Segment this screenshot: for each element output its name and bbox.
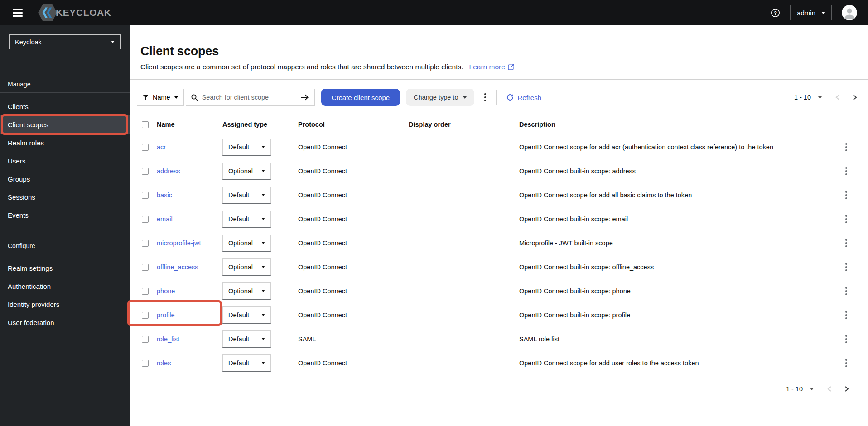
display-order-cell: – bbox=[409, 311, 519, 319]
search-box bbox=[186, 89, 295, 106]
realm-selector[interactable]: Keycloak bbox=[9, 34, 121, 49]
realm-selector-value: Keycloak bbox=[15, 38, 42, 46]
pagination-options-dropdown[interactable] bbox=[818, 96, 822, 99]
assigned-type-select[interactable]: Default bbox=[222, 330, 271, 348]
previous-page-button[interactable] bbox=[835, 94, 840, 101]
display-order-cell: – bbox=[409, 287, 519, 295]
assigned-type-select[interactable]: Default bbox=[222, 187, 271, 204]
hamburger-menu-icon[interactable] bbox=[10, 6, 25, 19]
user-menu-dropdown[interactable]: admin bbox=[790, 5, 832, 20]
pagination-range: 1 - 10 bbox=[794, 94, 811, 101]
row-kebab-menu[interactable] bbox=[843, 332, 850, 346]
scope-name-link[interactable]: address bbox=[157, 168, 180, 175]
scope-name-link[interactable]: email bbox=[157, 215, 173, 223]
next-page-button[interactable] bbox=[844, 386, 849, 392]
pagination-options-dropdown[interactable] bbox=[810, 388, 814, 390]
assigned-type-value: Default bbox=[228, 359, 249, 367]
sidebar-item-realm-roles[interactable]: Realm roles bbox=[0, 134, 130, 152]
row-kebab-menu[interactable] bbox=[843, 140, 850, 154]
assigned-type-select[interactable]: Default bbox=[222, 211, 271, 228]
row-kebab-menu[interactable] bbox=[843, 188, 850, 202]
row-kebab-menu[interactable] bbox=[843, 236, 850, 250]
column-header-description: Description bbox=[519, 121, 835, 128]
change-type-dropdown[interactable]: Change type to bbox=[406, 89, 474, 106]
chevron-down-icon bbox=[261, 290, 265, 292]
row-checkbox[interactable] bbox=[142, 240, 149, 247]
scope-name-link[interactable]: profile bbox=[157, 311, 175, 319]
assigned-type-select[interactable]: Optional bbox=[222, 258, 271, 276]
chevron-down-icon bbox=[261, 170, 265, 172]
row-checkbox[interactable] bbox=[142, 312, 149, 319]
assigned-type-select[interactable]: Default bbox=[222, 139, 271, 156]
sidebar-item-identity-providers[interactable]: Identity providers bbox=[0, 295, 130, 313]
chevron-down-icon bbox=[810, 388, 814, 390]
filter-type-dropdown[interactable]: Name bbox=[137, 89, 184, 106]
row-kebab-menu[interactable] bbox=[843, 356, 850, 370]
scope-name-link[interactable]: basic bbox=[157, 191, 172, 199]
row-kebab-menu[interactable] bbox=[843, 164, 850, 178]
sidebar-item-client-scopes[interactable]: Client scopes bbox=[0, 115, 130, 134]
chevron-down-icon bbox=[111, 41, 115, 43]
sidebar-item-users[interactable]: Users bbox=[0, 152, 130, 170]
scope-name-link[interactable]: acr bbox=[157, 144, 166, 151]
table-row: offline_access Optional OpenID Connect –… bbox=[130, 255, 868, 279]
assigned-type-select[interactable]: Default bbox=[222, 306, 271, 324]
chevron-down-icon bbox=[261, 338, 265, 340]
assigned-type-select[interactable]: Default bbox=[222, 354, 271, 372]
protocol-cell: OpenID Connect bbox=[298, 359, 409, 367]
row-kebab-menu[interactable] bbox=[843, 260, 850, 274]
row-checkbox[interactable] bbox=[142, 168, 149, 175]
sidebar-item-events[interactable]: Events bbox=[0, 206, 130, 224]
keycloak-logo: KEYCLOAK bbox=[38, 4, 111, 21]
refresh-button[interactable]: Refresh bbox=[506, 94, 541, 101]
row-checkbox[interactable] bbox=[142, 336, 149, 343]
assigned-type-value: Optional bbox=[228, 239, 253, 247]
assigned-type-select[interactable]: Optional bbox=[222, 282, 271, 300]
row-checkbox[interactable] bbox=[142, 216, 149, 223]
scope-name-link[interactable]: offline_access bbox=[157, 263, 198, 271]
search-input[interactable] bbox=[202, 94, 290, 101]
select-all-checkbox[interactable] bbox=[142, 121, 149, 128]
scope-name-link[interactable]: microprofile-jwt bbox=[157, 239, 201, 247]
toolbar-kebab-menu[interactable] bbox=[482, 91, 489, 104]
row-checkbox[interactable] bbox=[142, 192, 149, 199]
chevron-down-icon bbox=[261, 146, 265, 148]
sidebar-item-sessions[interactable]: Sessions bbox=[0, 188, 130, 206]
next-page-button[interactable] bbox=[852, 94, 857, 101]
row-checkbox[interactable] bbox=[142, 360, 149, 367]
sidebar-item-clients[interactable]: Clients bbox=[0, 97, 130, 115]
row-checkbox[interactable] bbox=[142, 288, 149, 295]
learn-more-link[interactable]: Learn more bbox=[469, 62, 514, 72]
row-checkbox[interactable] bbox=[142, 144, 149, 151]
sidebar-item-user-federation[interactable]: User federation bbox=[0, 313, 130, 331]
assigned-type-select[interactable]: Optional bbox=[222, 235, 271, 252]
previous-page-button[interactable] bbox=[827, 386, 832, 392]
table-header-row: Name Assigned type Protocol Display orde… bbox=[130, 114, 868, 135]
scope-name-link[interactable]: phone bbox=[157, 287, 175, 295]
sidebar-item-groups[interactable]: Groups bbox=[0, 170, 130, 188]
row-kebab-menu[interactable] bbox=[843, 212, 850, 226]
chevron-down-icon bbox=[821, 12, 825, 14]
scope-name-link[interactable]: roles bbox=[157, 359, 171, 367]
row-checkbox[interactable] bbox=[142, 264, 149, 271]
chevron-down-icon bbox=[261, 314, 265, 316]
sidebar-item-realm-settings[interactable]: Realm settings bbox=[0, 259, 130, 277]
row-kebab-menu[interactable] bbox=[843, 284, 850, 298]
search-submit-button[interactable] bbox=[295, 89, 315, 106]
help-icon[interactable]: ? bbox=[771, 8, 780, 18]
description-cell: OpenID Connect scope for add all basic c… bbox=[519, 191, 835, 199]
masthead-actions: ? admin bbox=[771, 5, 857, 20]
assigned-type-value: Default bbox=[228, 191, 249, 199]
avatar[interactable] bbox=[842, 5, 857, 20]
protocol-cell: OpenID Connect bbox=[298, 144, 409, 151]
create-client-scope-button[interactable]: Create client scope bbox=[321, 89, 400, 106]
sidebar-item-authentication[interactable]: Authentication bbox=[0, 277, 130, 295]
page-title: Client scopes bbox=[140, 43, 850, 59]
row-kebab-menu[interactable] bbox=[843, 308, 850, 322]
protocol-cell: OpenID Connect bbox=[298, 168, 409, 175]
assigned-type-select[interactable]: Optional bbox=[222, 163, 271, 180]
chevron-down-icon bbox=[261, 194, 265, 196]
description-cell: OpenID Connect built-in scope: phone bbox=[519, 287, 835, 295]
chevron-down-icon bbox=[261, 218, 265, 220]
scope-name-link[interactable]: role_list bbox=[157, 335, 179, 343]
